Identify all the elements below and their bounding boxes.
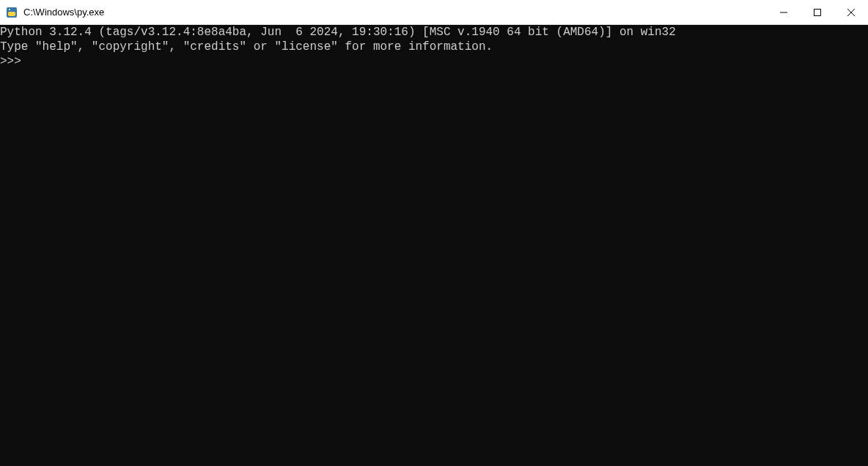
- window-controls: [767, 0, 868, 24]
- terminal-output-line: Python 3.12.4 (tags/v3.12.4:8e8a4ba, Jun…: [0, 26, 676, 39]
- python-prompt: >>>: [0, 55, 28, 68]
- close-button[interactable]: [834, 0, 868, 24]
- titlebar: C:\Windows\py.exe: [0, 0, 868, 25]
- svg-point-2: [9, 9, 10, 10]
- python-app-icon: [6, 7, 18, 18]
- window-title: C:\Windows\py.exe: [23, 7, 104, 18]
- terminal-output-line: Type "help", "copyright", "credits" or "…: [0, 40, 493, 53]
- minimize-button[interactable]: [767, 0, 801, 24]
- maximize-button[interactable]: [801, 0, 834, 24]
- svg-rect-1: [8, 12, 15, 16]
- svg-rect-4: [814, 9, 821, 15]
- titlebar-left: C:\Windows\py.exe: [0, 7, 104, 18]
- terminal-area[interactable]: Python 3.12.4 (tags/v3.12.4:8e8a4ba, Jun…: [0, 25, 868, 466]
